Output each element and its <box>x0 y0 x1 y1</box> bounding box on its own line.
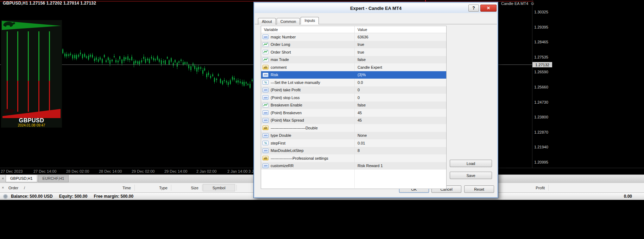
dialog-tab-about[interactable]: About <box>258 18 276 25</box>
price-label: 1.20995 <box>534 160 548 164</box>
chart-tab-gbpusd-h1[interactable]: GBPUSD,H1 <box>6 175 37 182</box>
dialog-title[interactable]: Expert - Candle EA MT4 <box>255 3 497 13</box>
reset-button[interactable]: Reset <box>464 185 494 193</box>
param-value[interactable]: true <box>354 48 446 56</box>
param-value[interactable] <box>354 154 446 162</box>
chart-tab-eurchf-h1[interactable]: EURCHF,H1 <box>38 175 69 182</box>
candle <box>76 55 77 59</box>
inputs-table-header: Variable Value <box>261 26 446 33</box>
inputs-row[interactable]: 123(Point) take Profit0 <box>261 86 446 94</box>
price-label: 1.22870 <box>534 130 548 134</box>
candle <box>250 84 251 88</box>
column-header-value[interactable]: Value <box>354 26 446 33</box>
param-value[interactable]: 0 <box>354 86 446 94</box>
param-type-icon-num: 123 <box>263 133 269 138</box>
time-label: 2 Jan 14:00 <box>227 169 248 173</box>
inputs-row[interactable]: 123(Point) stop Loss0 <box>261 94 446 102</box>
orders-col-type[interactable]: Type <box>139 186 168 190</box>
param-value[interactable]: (3)% <box>354 71 446 79</box>
param-type-icon-half: ½ <box>263 80 269 85</box>
param-name: -----------------Professional settings <box>271 156 328 160</box>
price-label: 1.25660 <box>534 85 548 89</box>
candle <box>115 60 116 62</box>
param-value[interactable] <box>354 124 446 132</box>
candle <box>129 59 130 60</box>
orders-col-order[interactable]: Order <box>8 186 18 190</box>
inputs-row[interactable]: 123customizeRRRisk Reward 1 <box>261 162 446 170</box>
inputs-row[interactable]: Order Shorttrue <box>261 48 446 56</box>
candle <box>234 78 235 80</box>
inputs-row[interactable]: 123MaxDoubleLotStep8 <box>261 147 446 155</box>
orders-col-size[interactable]: Size <box>170 186 198 190</box>
inputs-table: Variable Value 123magic Number63636Order… <box>261 26 447 189</box>
time-label: 28 Dec 02:00 <box>66 169 89 173</box>
candle <box>112 60 113 61</box>
candle <box>218 74 219 76</box>
ea-badge[interactable]: Candle EA MT4☺ <box>501 1 535 6</box>
inputs-row[interactable]: 123(Point) Breakeven45 <box>261 109 446 117</box>
column-header-variable[interactable]: Variable <box>264 27 278 32</box>
inputs-row[interactable]: ½---Set the Lot value manually0.0 <box>261 79 446 86</box>
inputs-row[interactable]: Order Longtrue <box>261 41 446 49</box>
save-button[interactable]: Save <box>450 172 492 179</box>
param-value[interactable]: 0.01 <box>354 139 446 147</box>
inputs-row[interactable]: 123(Point) Max Spread45 <box>261 117 446 124</box>
param-value[interactable]: 0 <box>354 94 446 102</box>
time-label: 2 Jan 02:00 <box>196 169 217 173</box>
param-type-icon-half: ½ <box>263 141 269 145</box>
param-value[interactable]: false <box>354 56 446 64</box>
dialog-tabs: AboutCommonInputs <box>258 17 320 24</box>
candle <box>102 59 103 63</box>
load-button[interactable]: Load <box>450 160 492 167</box>
inputs-row[interactable]: 123Risk(3)% <box>261 71 446 79</box>
candle <box>220 79 221 83</box>
candle <box>198 67 199 69</box>
inputs-row[interactable]: 123type DoubleNone <box>261 132 446 140</box>
time-label: 27 Dec 14:00 <box>33 169 56 173</box>
inputs-row[interactable]: ½stepFirst0.01 <box>261 139 446 147</box>
inputs-row[interactable]: Breakeven Enablefalse <box>261 102 446 109</box>
param-value[interactable]: 8 <box>354 147 446 155</box>
param-value[interactable]: true <box>354 41 446 49</box>
param-type-icon-ab: ab <box>263 125 269 130</box>
candle <box>118 61 119 62</box>
orders-col-time[interactable]: Time <box>103 186 131 190</box>
price-label: 1.23800 <box>534 115 548 119</box>
orders-col-profit[interactable]: Profit <box>516 186 545 190</box>
tabbar-close-icon[interactable]: × <box>2 176 4 180</box>
price-scale-divider <box>532 0 532 168</box>
total-profit-value: 0.00 <box>624 194 632 199</box>
candle <box>135 61 136 63</box>
param-type-icon-ab: ab <box>263 156 269 160</box>
bull-icon <box>2 19 16 29</box>
param-name: Breakeven Enable <box>271 103 302 107</box>
dialog-tab-common[interactable]: Common <box>277 18 300 25</box>
candle <box>169 60 170 65</box>
param-value[interactable]: Risk Reward 1 <box>354 162 446 170</box>
bear-icon <box>2 107 16 116</box>
inputs-row[interactable]: max Tradefalse <box>261 56 446 64</box>
candle <box>151 57 152 58</box>
close-icon[interactable]: ✕ <box>480 5 497 12</box>
candle <box>232 77 233 80</box>
help-button[interactable]: ? <box>468 5 479 12</box>
param-value[interactable]: 0.0 <box>354 79 446 86</box>
inputs-row[interactable]: ab---------------------------Double <box>261 124 446 132</box>
candle <box>200 67 201 69</box>
candle <box>163 61 164 62</box>
dialog-tab-inputs[interactable]: Inputs <box>301 17 319 24</box>
candle <box>147 59 148 60</box>
param-type-icon-chart <box>263 42 269 47</box>
inputs-row[interactable]: 123magic Number63636 <box>261 33 446 41</box>
param-value[interactable]: false <box>354 102 446 109</box>
param-value[interactable]: 45 <box>354 117 446 124</box>
param-value[interactable]: 45 <box>354 109 446 117</box>
param-value[interactable]: 63636 <box>354 33 446 41</box>
inputs-row[interactable]: abcommentCandle Expert <box>261 63 446 71</box>
param-value[interactable]: None <box>354 132 446 140</box>
param-name: type Double <box>271 133 291 137</box>
terminal-close-icon[interactable]: × <box>2 185 4 190</box>
param-value[interactable]: Candle Expert <box>354 63 446 71</box>
orders-col-symbol[interactable]: Symbol <box>203 184 235 191</box>
inputs-row[interactable]: ab-----------------Professional settings <box>261 154 446 162</box>
